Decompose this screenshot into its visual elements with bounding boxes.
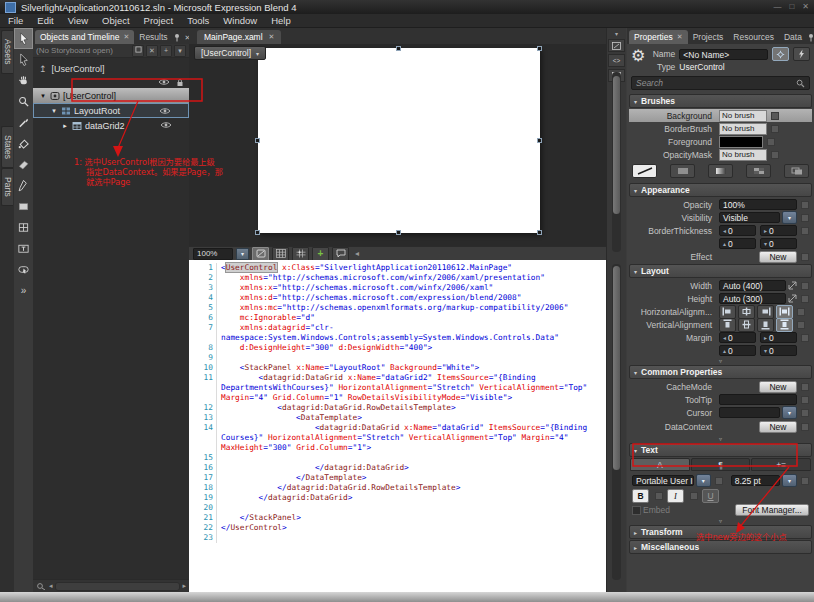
advanced-options-icon[interactable] — [767, 138, 775, 146]
assets-expand-button[interactable]: » — [14, 280, 33, 301]
close-icon[interactable]: ✕ — [123, 33, 129, 41]
advanced-options-icon[interactable] — [801, 253, 809, 261]
close-storyboard-button[interactable]: ✕ — [146, 45, 158, 57]
rectangle-tool[interactable] — [14, 196, 33, 217]
property-row-datacontext[interactable]: DataContext New — [629, 419, 812, 435]
advanced-options-icon[interactable] — [801, 282, 809, 290]
property-row-height[interactable]: Height Auto (300) — [629, 292, 812, 305]
advanced-options-icon[interactable] — [801, 396, 809, 404]
zoom-level-field[interactable]: 100% — [193, 248, 233, 260]
paint-bucket-tool[interactable] — [14, 133, 33, 154]
advanced-options-icon[interactable] — [655, 492, 663, 500]
property-row-horizontalalignment[interactable]: HorizontalAlignm... — [629, 305, 812, 318]
property-row-borderthickness2[interactable]: ▴0 ▾0 — [629, 237, 812, 250]
resize-handle[interactable] — [255, 138, 260, 143]
brush-value[interactable]: No brush — [719, 149, 767, 161]
section-text[interactable]: ▾ Text — [629, 443, 812, 457]
border-right-field[interactable]: ▸0 — [760, 225, 797, 236]
menu-window[interactable]: Window — [223, 15, 257, 26]
halign-center-button[interactable] — [738, 305, 755, 319]
property-row-opacitymask[interactable]: OpacityMask No brush — [629, 148, 812, 161]
section-common-properties[interactable]: ▾ Common Properties — [629, 365, 812, 379]
property-search[interactable]: Search — [631, 76, 810, 90]
tab-states[interactable]: States — [1, 126, 13, 168]
resize-handle[interactable] — [255, 230, 260, 235]
tile-brush-button[interactable] — [746, 164, 771, 178]
pen-tool[interactable] — [14, 175, 33, 196]
scrollbar-thumb[interactable] — [613, 76, 620, 214]
expander-icon[interactable]: ▾ — [39, 92, 47, 100]
brush-value[interactable]: No brush — [719, 110, 767, 122]
valign-center-button[interactable] — [738, 318, 755, 332]
foreground-swatch[interactable] — [719, 136, 763, 148]
border-top-field[interactable]: ▴0 — [719, 238, 756, 249]
property-row-cursor[interactable]: Cursor ▾ — [629, 406, 812, 419]
paragraph-tab[interactable]: ¶ — [691, 458, 751, 471]
scroll-left-icon[interactable]: ◂ — [49, 582, 53, 590]
events-view-button[interactable] — [793, 47, 810, 61]
minimize-button[interactable]: — — [773, 2, 781, 12]
new-effect-button[interactable]: New — [759, 251, 797, 263]
property-row-tooltip[interactable]: ToolTip — [629, 393, 812, 406]
scroll-right-icon[interactable]: ▸ — [182, 582, 186, 590]
pin-icon[interactable] — [173, 33, 181, 42]
property-row-margin2[interactable]: ▴0 ▾0 — [629, 344, 812, 357]
section-miscellaneous[interactable]: ▸ Miscellaneous — [629, 540, 812, 554]
property-row-cachemode[interactable]: CacheMode New — [629, 380, 812, 393]
height-field[interactable]: Auto (300) — [719, 293, 786, 304]
opacity-field[interactable]: 100% — [719, 199, 797, 210]
menu-view[interactable]: View — [68, 15, 88, 26]
advanced-options-icon[interactable] — [771, 112, 779, 120]
pin-icon[interactable] — [807, 33, 814, 42]
menu-file[interactable]: File — [8, 15, 23, 26]
advanced-options-icon[interactable] — [801, 201, 809, 209]
advanced-options-icon[interactable] — [801, 295, 809, 303]
tab-objects-and-timeline[interactable]: Objects and Timeline ✕ — [35, 30, 134, 44]
scope-up-row[interactable]: ↥ [UserControl] — [33, 61, 189, 76]
eye-icon[interactable] — [159, 107, 171, 115]
property-row-margin[interactable]: Margin ◂0 ▸0 — [629, 331, 812, 344]
expand-section-icon[interactable]: ▿ — [627, 517, 814, 524]
section-appearance[interactable]: ▾ Appearance — [629, 183, 812, 197]
button-control-tool[interactable] — [14, 259, 33, 280]
advanced-options-icon[interactable] — [801, 334, 809, 342]
property-row-visibility[interactable]: Visibility Visible ▾ — [629, 211, 812, 224]
design-view-button[interactable] — [608, 39, 625, 52]
zoom-dropdown-icon[interactable]: ▾ — [236, 248, 249, 260]
maximize-button[interactable]: □ — [789, 2, 794, 12]
snap-to-snaplines-toggle[interactable]: + — [312, 247, 329, 261]
chevron-down-icon[interactable]: ▾ — [607, 28, 626, 37]
menu-edit[interactable]: Edit — [37, 15, 53, 26]
font-size-field[interactable]: 8.25 pt — [731, 475, 780, 486]
annotations-toggle[interactable] — [332, 247, 349, 261]
xaml-code-editor[interactable]: 1<UserControl x:Class="SilverlightApplic… — [189, 260, 607, 592]
code-scrollbar[interactable] — [612, 264, 621, 580]
tab-projects[interactable]: Projects — [688, 30, 729, 44]
set-size-icon[interactable] — [788, 294, 797, 303]
tab-resources[interactable]: Resources — [728, 30, 779, 44]
halign-left-button[interactable] — [719, 305, 736, 319]
new-datacontext-button[interactable]: New — [759, 421, 797, 433]
valign-top-button[interactable] — [719, 318, 736, 332]
section-transform[interactable]: ▸ Transform — [629, 525, 812, 539]
property-row-effect[interactable]: Effect New — [629, 250, 812, 263]
brush-resource-button[interactable] — [784, 164, 809, 178]
advanced-options-icon[interactable] — [797, 308, 805, 316]
menu-project[interactable]: Project — [144, 15, 174, 26]
section-layout[interactable]: ▾ Layout — [629, 264, 812, 278]
halign-right-button[interactable] — [757, 305, 774, 319]
margin-top-field[interactable]: ▴0 — [719, 345, 756, 356]
snap-to-grid-toggle[interactable] — [292, 247, 309, 261]
pan-tool[interactable] — [14, 70, 33, 91]
xaml-view-button[interactable]: <> — [608, 54, 625, 67]
advanced-options-icon[interactable] — [690, 492, 698, 500]
advanced-options-icon[interactable] — [801, 423, 809, 431]
property-row-background[interactable]: Background No brush — [629, 109, 812, 122]
tooltip-field[interactable] — [719, 394, 797, 405]
cursor-field[interactable] — [719, 407, 780, 418]
font-manager-button[interactable]: Font Manager... — [735, 504, 809, 516]
property-row-borderthickness[interactable]: BorderThickness ◂0 ▸0 — [629, 224, 812, 237]
grid-layout-tool[interactable] — [14, 217, 33, 238]
advanced-options-icon[interactable] — [801, 477, 809, 485]
tab-parts[interactable]: Parts — [1, 168, 13, 206]
